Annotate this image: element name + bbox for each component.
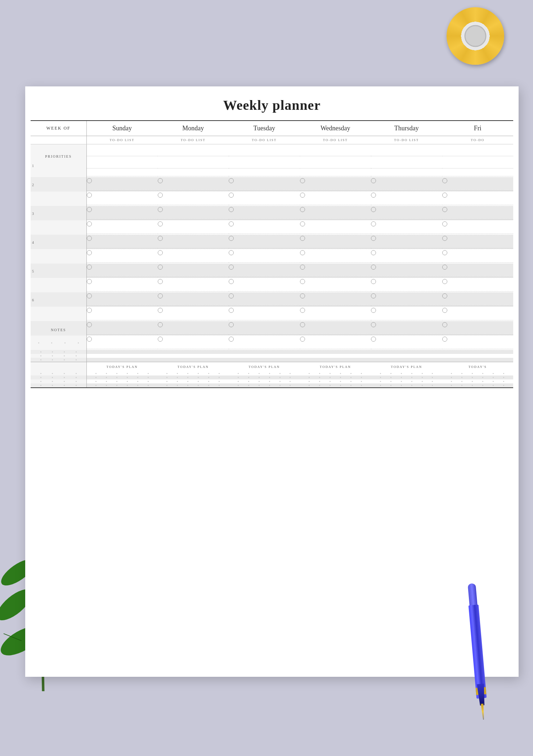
- thu-p2a: [371, 177, 442, 192]
- priority-4-num: 4: [31, 240, 86, 244]
- tue-plan-dots3: [229, 379, 300, 383]
- priority-3-row-a: 3: [31, 206, 513, 220]
- wed-plan-dots2: [300, 375, 371, 379]
- wed-plan-dots3: [300, 379, 371, 383]
- wed-line1: [300, 144, 371, 162]
- week-col-subheader: [31, 136, 86, 144]
- friday-todo-label: TO-DO: [442, 136, 514, 144]
- checkbox-circle: [371, 207, 376, 212]
- mon-plan-dots2: [158, 375, 229, 379]
- mon-todays-plan: TODAY'S PLAN: [158, 362, 229, 372]
- thu-p5b: [371, 278, 442, 292]
- checkbox-circle: [158, 207, 163, 212]
- checkbox-circle: [442, 337, 447, 342]
- fri-plan-dots4: [442, 383, 514, 388]
- priority-5-row-b: [31, 278, 513, 292]
- checkbox-circle: [371, 221, 376, 226]
- planner-paper: Weekly planner WEEK OF Sunday Monday Tue…: [25, 86, 519, 677]
- sun-plan-dots4: [86, 383, 158, 388]
- thu-plan-dots4: [371, 383, 442, 388]
- checkbox-circle: [371, 265, 376, 270]
- checkbox-circle: [371, 322, 376, 327]
- tue-p1b: [229, 169, 300, 177]
- checkbox-circle: [300, 337, 305, 342]
- checkbox-circle: [87, 236, 92, 241]
- checkbox-circle: [442, 221, 447, 226]
- thu-p1b: [371, 169, 442, 177]
- checkbox-circle: [371, 293, 376, 298]
- fri-p5b: [442, 278, 514, 292]
- wed-p2a: [300, 177, 371, 192]
- priority-1-row-a: 1: [31, 161, 513, 169]
- sun-p1b: [86, 169, 158, 177]
- sun-p3b: [86, 220, 158, 235]
- fri-p3b: [442, 220, 514, 235]
- fri-p3a: [442, 206, 514, 220]
- wed-p3a: [300, 206, 371, 220]
- sun-plan-dots: [86, 372, 158, 375]
- tue-p2a: [229, 177, 300, 192]
- sun-p4b: [86, 249, 158, 264]
- tue-plan-dots4: [229, 383, 300, 388]
- notes-dots-row-3: [31, 358, 513, 362]
- checkbox-circle: [442, 322, 447, 327]
- priority-5-row-a: 5: [31, 264, 513, 278]
- priority-1-num: 1: [31, 163, 86, 168]
- checkbox-circle: [371, 337, 376, 342]
- priority-2-num: 2: [31, 182, 86, 187]
- checkbox-circle: [300, 279, 305, 284]
- mon-p4a: [158, 235, 229, 249]
- checkbox-circle: [158, 279, 163, 284]
- day-header-row: WEEK OF Sunday Monday Tuesday Wednesday …: [31, 121, 513, 136]
- checkbox-circle: [442, 293, 447, 298]
- sun-p3a: [86, 206, 158, 220]
- thu-p5a: [371, 264, 442, 278]
- tue-plan-dots: [229, 372, 300, 375]
- wed-p6b: [300, 307, 371, 321]
- checkbox-circle: [371, 279, 376, 284]
- checkbox-circle: [158, 236, 163, 241]
- thu-p3b: [371, 220, 442, 235]
- monday-header: Monday: [158, 121, 229, 136]
- mon-p3a: [158, 206, 229, 220]
- priority-4-row-a: 4: [31, 235, 513, 249]
- checkbox-circle: [87, 221, 92, 226]
- checkbox-circle: [158, 178, 163, 183]
- sun-p2b: [86, 192, 158, 206]
- checkbox-circle: [229, 279, 234, 284]
- mon-p2b: [158, 192, 229, 206]
- checkbox-circle: [229, 322, 234, 327]
- checkbox-circle: [229, 308, 234, 313]
- tue-p1a: [229, 161, 300, 169]
- tue-p3a: [229, 206, 300, 220]
- checkbox-circle: [158, 265, 163, 270]
- priorities-section-row: PRIORITIES: [31, 144, 513, 162]
- mon-p2a: [158, 177, 229, 192]
- wed-p1b: [300, 169, 371, 177]
- checkbox-circle: [87, 293, 92, 298]
- checkbox-circle: [158, 308, 163, 313]
- wed-todays-plan: TODAY'S PLAN: [300, 362, 371, 372]
- tue-p5a: [229, 264, 300, 278]
- wed-p5b: [300, 278, 371, 292]
- sunday-header: Sunday: [86, 121, 158, 136]
- fri-p6a: [442, 292, 514, 307]
- checkbox-circle: [300, 193, 305, 198]
- checkbox-circle: [371, 193, 376, 198]
- checkbox-circle: [229, 193, 234, 198]
- mon-p6b: [158, 307, 229, 321]
- thu-note-a: [371, 321, 442, 336]
- fri-note-a: [442, 321, 514, 336]
- checkbox-circle: [158, 322, 163, 327]
- thu-note-b: [371, 336, 442, 350]
- mon-line1: [158, 144, 229, 162]
- wed-p3b: [300, 220, 371, 235]
- checkbox-circle: [371, 236, 376, 241]
- checkbox-circle: [229, 178, 234, 183]
- thu-p4a: [371, 235, 442, 249]
- checkbox-circle: [442, 279, 447, 284]
- tue-line1: [229, 144, 300, 162]
- sun-p5a: [86, 264, 158, 278]
- wed-p6a: [300, 292, 371, 307]
- mon-p4b: [158, 249, 229, 264]
